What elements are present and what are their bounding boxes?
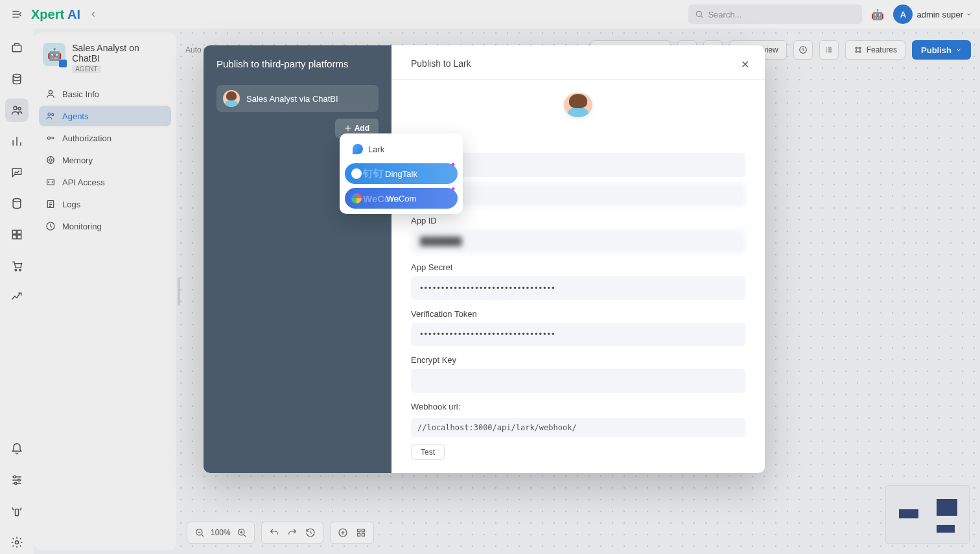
- rail-item-home[interactable]: [5, 36, 29, 60]
- ai-bot-icon[interactable]: 🤖: [869, 5, 887, 23]
- svg-point-30: [859, 47, 860, 49]
- rail-item-data[interactable]: [5, 192, 29, 215]
- zoom-out-button[interactable]: [192, 525, 207, 540]
- search-input[interactable]: Search...: [688, 5, 862, 24]
- chevron-down-icon: [966, 11, 972, 17]
- back-chevron-icon[interactable]: [84, 5, 102, 23]
- wecom-icon: [351, 193, 362, 203]
- svg-rect-9: [18, 235, 21, 239]
- app-id-input[interactable]: [411, 229, 745, 253]
- svg-point-32: [859, 51, 860, 52]
- agent-name: Sales Analyst on ChatBI: [72, 43, 167, 63]
- sidebar-item-monitoring[interactable]: Monitoring: [39, 216, 171, 237]
- rail-item-tune[interactable]: [5, 468, 29, 492]
- svg-point-31: [856, 51, 857, 52]
- collapse-sidebar-button[interactable]: [8, 5, 26, 23]
- undo-button[interactable]: [267, 525, 281, 540]
- svg-rect-37: [362, 529, 364, 532]
- publish-modal: Publish to third-party platforms Sales A…: [204, 45, 765, 473]
- encrypt-key-label: Encrypt Key: [411, 355, 745, 365]
- svg-point-10: [15, 269, 16, 271]
- platform-popover: Lark 钉钉DingTalk✦ WeComWeCom✦: [340, 133, 463, 214]
- svg-point-2: [13, 75, 21, 78]
- close-button[interactable]: ✕: [741, 58, 749, 71]
- svg-rect-15: [16, 509, 19, 516]
- rail-item-agents[interactable]: [5, 98, 29, 122]
- svg-point-3: [14, 106, 17, 110]
- rail-item-cart[interactable]: [5, 254, 29, 277]
- add-node-button[interactable]: [336, 525, 350, 540]
- app-secret-label: App Secret: [411, 262, 745, 272]
- minimap[interactable]: [885, 485, 970, 544]
- bot-avatar-icon: [564, 93, 592, 118]
- svg-point-18: [48, 113, 51, 115]
- nav-rail: [0, 29, 34, 554]
- zoom-in-button[interactable]: [235, 525, 249, 540]
- popover-option-wecom[interactable]: WeComWeCom✦: [345, 188, 458, 209]
- sidebar-item-authorization[interactable]: Authorization: [39, 128, 171, 148]
- sidebar-item-logs[interactable]: Logs: [39, 194, 171, 214]
- webhook-value: //localhost:3000/api/lark/webhook/: [411, 418, 745, 437]
- sidebar-item-basic-info[interactable]: Basic Info: [39, 84, 171, 104]
- platform-row[interactable]: Sales Analyst via ChatBI: [216, 85, 379, 112]
- rail-item-chat[interactable]: [5, 161, 29, 184]
- svg-point-11: [19, 269, 21, 271]
- app-secret-input[interactable]: [411, 276, 745, 300]
- topbar: Xpert AI Search... 🤖 A admin super: [0, 0, 980, 29]
- modal-left-title: Publish to third-party platforms: [216, 58, 379, 69]
- rail-item-trends[interactable]: [5, 285, 29, 308]
- rail-item-models[interactable]: [5, 67, 29, 91]
- svg-rect-39: [362, 533, 364, 536]
- svg-rect-1: [12, 45, 21, 52]
- verif-token-input[interactable]: [411, 323, 745, 347]
- search-icon: [695, 10, 704, 19]
- svg-point-13: [18, 479, 20, 481]
- popover-option-dingtalk[interactable]: 钉钉DingTalk✦: [345, 163, 458, 184]
- dingtalk-icon: [351, 168, 362, 179]
- rail-item-broadcast[interactable]: [5, 500, 29, 523]
- redo-button[interactable]: [285, 525, 299, 540]
- logo: Xpert AI: [31, 7, 80, 22]
- svg-point-20: [47, 137, 50, 139]
- agent-icon: 🤖: [43, 43, 65, 66]
- encrypt-key-input[interactable]: [411, 369, 745, 393]
- agent-type-tag: AGENT: [72, 65, 100, 73]
- svg-point-0: [697, 11, 702, 16]
- rail-item-notifications[interactable]: [5, 437, 29, 461]
- user-menu[interactable]: admin super: [916, 10, 972, 19]
- rail-item-apps[interactable]: [5, 223, 29, 246]
- webhook-label: Webhook url:: [411, 402, 745, 411]
- layout-button[interactable]: [354, 525, 368, 540]
- search-placeholder: Search...: [708, 10, 741, 19]
- svg-point-12: [14, 476, 16, 478]
- history-icon[interactable]: [303, 525, 318, 540]
- sidebar-item-api-access[interactable]: API Access: [39, 172, 171, 192]
- svg-point-14: [15, 482, 17, 484]
- sparkle-icon: ✦: [450, 160, 456, 169]
- sparkle-icon: ✦: [450, 185, 456, 194]
- test-button[interactable]: Test: [411, 444, 445, 460]
- svg-point-22: [49, 159, 52, 161]
- user-avatar[interactable]: A: [893, 5, 913, 24]
- features-button[interactable]: Features: [845, 40, 905, 60]
- svg-point-16: [16, 541, 19, 544]
- svg-point-17: [49, 91, 52, 94]
- svg-rect-6: [12, 230, 16, 234]
- list-button[interactable]: [819, 40, 839, 60]
- modal-right-title: Publish to Lark: [411, 58, 745, 69]
- app-id-label: App ID: [411, 216, 745, 225]
- sidebar-item-memory[interactable]: Memory: [39, 150, 171, 170]
- history-button[interactable]: [793, 40, 813, 60]
- agent-sidepanel: 🤖 Sales Analyst on ChatBI AGENT Basic In…: [34, 32, 176, 550]
- rail-item-analytics[interactable]: [5, 130, 29, 153]
- sidebar-item-agents[interactable]: Agents: [39, 106, 171, 126]
- rail-item-settings[interactable]: [5, 531, 29, 554]
- svg-point-5: [13, 199, 21, 202]
- svg-rect-38: [357, 533, 360, 536]
- publish-button[interactable]: Publish: [912, 40, 971, 60]
- lark-icon: [353, 144, 363, 154]
- svg-point-4: [18, 107, 21, 110]
- popover-option-lark[interactable]: Lark: [345, 139, 458, 159]
- svg-point-29: [856, 47, 857, 49]
- svg-rect-36: [357, 529, 360, 532]
